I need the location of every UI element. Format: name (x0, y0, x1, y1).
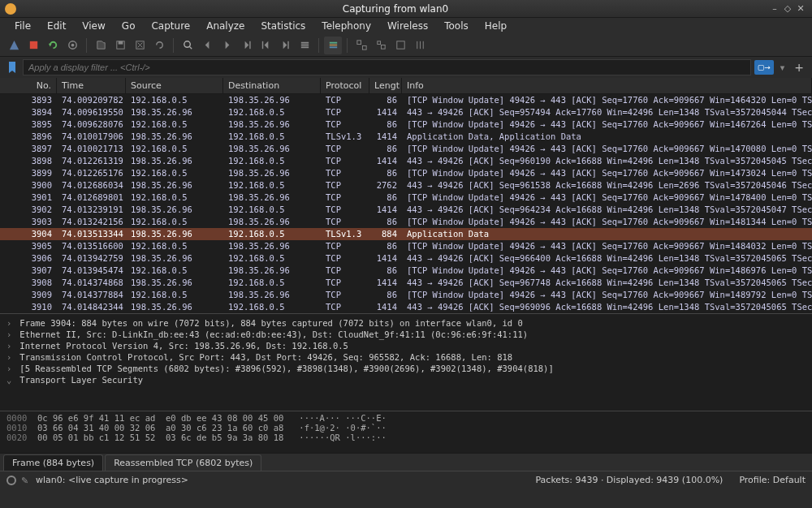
packet-row[interactable]: 390274.013239191198.35.26.96192.168.0.5T… (0, 204, 812, 216)
packet-row[interactable]: 390874.014374868198.35.26.96192.168.0.5T… (0, 277, 812, 289)
menu-edit[interactable]: Edit (41, 19, 72, 33)
save-file-button[interactable] (111, 37, 129, 54)
hex-row[interactable]: 0000 0c 96 e6 9f 41 11 ec ad e0 db ee 43… (6, 413, 806, 423)
hex-row[interactable]: 0010 03 66 04 31 40 00 32 06 a0 30 c6 23… (6, 423, 806, 433)
svg-rect-19 (381, 45, 385, 50)
close-file-button[interactable] (131, 37, 149, 54)
svg-rect-8 (261, 41, 262, 49)
statusbar: ✎ wlan0: <live capture in progress> Pack… (0, 471, 812, 489)
menu-analyze[interactable]: Analyze (200, 19, 251, 33)
svg-rect-11 (300, 45, 308, 46)
colorize-button[interactable] (324, 37, 342, 54)
svg-rect-13 (329, 42, 336, 44)
svg-rect-20 (396, 41, 404, 49)
column-header[interactable]: No. (0, 78, 57, 93)
packet-row[interactable]: 390574.013516600192.168.0.5198.35.26.96T… (0, 240, 812, 252)
svg-rect-12 (300, 46, 308, 48)
svg-rect-9 (287, 41, 288, 49)
zoom-reset-button[interactable] (391, 37, 409, 54)
display-filter-input[interactable] (23, 59, 751, 75)
detail-row[interactable]: › Transmission Control Protocol, Src Por… (6, 351, 806, 363)
detail-row[interactable]: › Ethernet II, Src: D-LinkIn_db:ee:43 (e… (6, 329, 806, 340)
menu-tools[interactable]: Tools (438, 19, 475, 33)
status-profile[interactable]: Profile: Default (739, 475, 806, 485)
packet-row[interactable]: 390074.012686034198.35.26.96192.168.0.5T… (0, 179, 812, 192)
find-packet-button[interactable] (179, 37, 197, 54)
bookmark-icon[interactable] (5, 60, 19, 75)
svg-rect-16 (356, 41, 361, 45)
packet-row[interactable]: 389374.009209782192.168.0.5198.35.26.96T… (0, 94, 812, 106)
svg-point-6 (184, 41, 190, 48)
menu-wireless[interactable]: Wireless (381, 19, 434, 33)
detail-row[interactable]: › [5 Reassembled TCP Segments (6802 byte… (6, 363, 806, 374)
stop-capture-button[interactable] (24, 37, 42, 54)
svg-rect-7 (249, 41, 250, 49)
packet-row[interactable]: 389574.009628076192.168.0.5198.35.26.96T… (0, 118, 812, 131)
detail-row[interactable]: ⌄ Transport Layer Security (6, 374, 806, 385)
packet-bytes-pane[interactable]: 0000 0c 96 e6 9f 41 11 ec ad e0 db ee 43… (0, 411, 812, 453)
maximize-button[interactable]: ◇ (781, 3, 794, 14)
titlebar: Capturing from wlan0 – ◇ ✕ (0, 0, 812, 18)
column-header[interactable]: Source (126, 78, 223, 93)
packet-row[interactable]: 391074.014842344198.35.26.96192.168.0.5T… (0, 301, 812, 313)
packet-row[interactable]: 389874.012261319198.35.26.96192.168.0.5T… (0, 155, 812, 167)
column-header[interactable]: Destination (223, 78, 321, 93)
svg-rect-0 (29, 41, 37, 49)
packet-row[interactable]: 390174.012689801192.168.0.5198.35.26.96T… (0, 192, 812, 204)
go-back-button[interactable] (198, 37, 216, 54)
svg-rect-4 (118, 41, 123, 45)
detail-row[interactable]: › Internet Protocol Version 4, Src: 198.… (6, 340, 806, 351)
packet-row[interactable]: 389474.009619550198.35.26.96192.168.0.5T… (0, 106, 812, 118)
go-last-button[interactable] (276, 37, 294, 54)
restart-capture-button[interactable] (44, 37, 62, 54)
packet-row[interactable]: 390374.013242156192.168.0.5198.35.26.96T… (0, 216, 812, 228)
resize-columns-button[interactable] (411, 37, 429, 54)
bytes-tab[interactable]: Reassembled TCP (6802 bytes) (105, 454, 261, 471)
filter-add-button[interactable]: + (791, 61, 807, 74)
close-button[interactable]: ✕ (794, 3, 807, 14)
packet-row[interactable]: 389974.012265176192.168.0.5198.35.26.96T… (0, 167, 812, 179)
menu-help[interactable]: Help (478, 19, 513, 33)
packet-row[interactable]: 389674.010017906198.35.26.96192.168.0.5T… (0, 131, 812, 143)
reload-button[interactable] (150, 37, 168, 54)
edit-capture-comment-icon[interactable]: ✎ (21, 476, 31, 485)
toolbar (0, 34, 812, 57)
column-header[interactable]: Time (57, 78, 126, 93)
packet-row[interactable]: 390774.013945474192.168.0.5198.35.26.96T… (0, 265, 812, 277)
packet-row[interactable]: 390974.014377884192.168.0.5198.35.26.96T… (0, 289, 812, 301)
packet-list-body[interactable]: 389374.009209782192.168.0.5198.35.26.96T… (0, 94, 812, 313)
minimize-button[interactable]: – (768, 3, 781, 14)
column-header[interactable]: Lengt (369, 78, 402, 93)
go-forward-button[interactable] (218, 37, 235, 54)
open-file-button[interactable] (92, 37, 110, 54)
menu-capture[interactable]: Capture (145, 19, 197, 33)
capture-options-button[interactable] (63, 37, 81, 54)
svg-rect-15 (329, 46, 336, 48)
filter-dropdown-icon[interactable]: ▾ (777, 62, 788, 73)
svg-point-2 (71, 44, 74, 47)
zoom-in-button[interactable] (352, 37, 370, 54)
auto-scroll-button[interactable] (296, 37, 313, 54)
go-to-packet-button[interactable] (237, 37, 255, 54)
zoom-out-button[interactable] (372, 37, 390, 54)
go-first-button[interactable] (257, 37, 274, 54)
column-header[interactable]: Protocol (321, 78, 369, 93)
packet-row[interactable]: 389774.010021713192.168.0.5198.35.26.96T… (0, 143, 812, 155)
menu-telephony[interactable]: Telephony (315, 19, 378, 33)
packet-row[interactable]: 390674.013942759198.35.26.96192.168.0.5T… (0, 252, 812, 265)
start-capture-button[interactable] (5, 37, 23, 54)
bytes-tabstrip: Frame (884 bytes)Reassembled TCP (6802 b… (0, 453, 812, 471)
filter-expression-button[interactable]: ▢→ (754, 60, 774, 75)
expert-info-icon[interactable] (6, 476, 16, 485)
packet-details-pane[interactable]: › Frame 3904: 884 bytes on wire (7072 bi… (0, 313, 812, 411)
menu-file[interactable]: File (8, 19, 37, 33)
status-capture-text: wlan0: <live capture in progress> (36, 475, 535, 485)
hex-row[interactable]: 0020 00 05 01 bb c1 12 51 52 03 6c de b5… (6, 433, 806, 442)
menu-view[interactable]: View (76, 19, 111, 33)
menu-go[interactable]: Go (115, 19, 142, 33)
bytes-tab[interactable]: Frame (884 bytes) (3, 454, 103, 471)
menu-statistics[interactable]: Statistics (254, 19, 312, 33)
detail-row[interactable]: › Frame 3904: 884 bytes on wire (7072 bi… (6, 317, 806, 329)
packet-row[interactable]: 390474.013513344198.35.26.96192.168.0.5T… (0, 228, 812, 240)
column-header[interactable]: Info (402, 78, 812, 93)
